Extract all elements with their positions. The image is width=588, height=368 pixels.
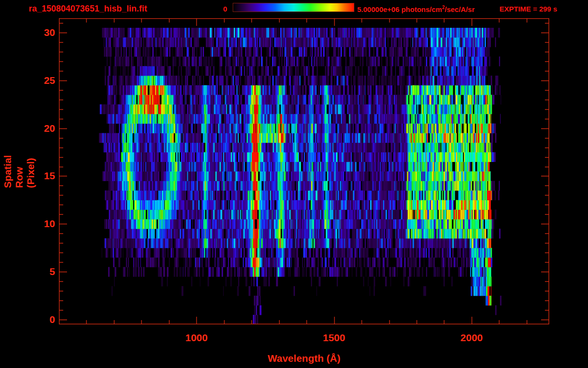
colorbar-max-value: 5.00000e+06 bbox=[357, 5, 399, 13]
colorbar bbox=[233, 3, 354, 12]
colorbar-max-label: 5.00000e+06 photons/cm2/sec/A/sr bbox=[357, 5, 475, 13]
x-tick-label: 1000 bbox=[185, 332, 208, 344]
colorbar-min-label: 0 bbox=[223, 5, 227, 13]
x-tick-label: 2000 bbox=[461, 332, 483, 344]
y-axis-title: Spatial Row (Pixel) bbox=[2, 155, 36, 188]
file-title: ra_150804073651_hisb_lin.fit bbox=[29, 4, 147, 14]
exptime-label: EXPTIME = 299 s bbox=[499, 5, 557, 13]
x-axis-title: Wavelength (Å) bbox=[268, 353, 340, 364]
x-tick-label: 1500 bbox=[323, 332, 345, 344]
spectrogram-canvas bbox=[59, 18, 549, 324]
colorbar-units: photons/cm2/sec/A/sr bbox=[401, 5, 475, 13]
idl-display-window: ra_150804073651_hisb_lin.fit 0 5.00000e+… bbox=[0, 0, 588, 368]
